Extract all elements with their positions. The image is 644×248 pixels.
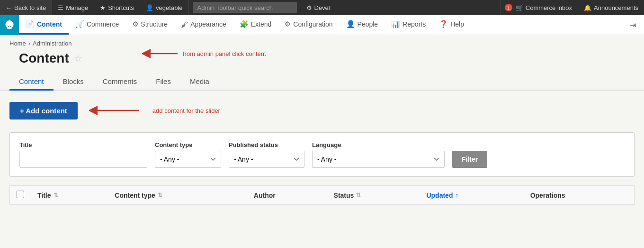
- star-toolbar-icon: ★: [100, 4, 106, 11]
- admin-menu: 📄 Content 🛒 Commerce ⚙ Structure 🖌 Appea…: [0, 15, 644, 35]
- menu-right: ⇥: [626, 18, 644, 32]
- back-icon: ←: [6, 4, 12, 11]
- manage-icon: ☰: [58, 4, 63, 11]
- announcements-label: Announcements: [594, 4, 638, 11]
- title-sort-icon[interactable]: ⇅: [54, 192, 58, 199]
- nav-appearance-label: Appearance: [190, 20, 226, 28]
- nav-commerce-label: Commerce: [87, 20, 119, 28]
- nav-extend[interactable]: 🧩 Extend: [233, 15, 278, 35]
- add-content-button[interactable]: + Add content: [9, 102, 78, 119]
- nav-help[interactable]: ❓ Help: [432, 15, 471, 35]
- author-col-label: Author: [254, 192, 276, 199]
- admin-toolbar: ← Back to site ☰ Manage ★ Shortcuts 👤 ve…: [0, 0, 644, 15]
- updated-column-header: Updated ↑: [420, 186, 523, 205]
- nav-extend-label: Extend: [251, 20, 272, 28]
- title-filter-input[interactable]: [19, 151, 147, 168]
- content-type-sort-icon[interactable]: ⇅: [158, 192, 162, 199]
- title-column-header: Title ⇅: [31, 186, 108, 205]
- user-icon: 👤: [146, 4, 153, 11]
- content-nav-icon: 📄: [26, 20, 35, 28]
- nav-content[interactable]: 📄 Content: [19, 15, 69, 35]
- breadcrumb-home[interactable]: Home: [9, 40, 26, 47]
- breadcrumb: Home › Administration: [0, 35, 644, 49]
- manage-button[interactable]: ☰ Manage: [52, 0, 94, 15]
- add-content-annotation: add content for the slider: [152, 107, 220, 114]
- tab-media[interactable]: Media: [180, 73, 219, 91]
- commerce-inbox-badge: 1: [505, 4, 512, 11]
- filter-button[interactable]: Filter: [452, 151, 487, 168]
- table-header: Title ⇅ Content type ⇅ Author: [10, 186, 635, 205]
- nav-commerce[interactable]: 🛒 Commerce: [69, 15, 125, 35]
- operations-column-header: Operations: [524, 186, 635, 205]
- favorite-icon[interactable]: ☆: [74, 53, 82, 64]
- nav-structure-label: Structure: [141, 20, 168, 28]
- breadcrumb-current: Administration: [33, 40, 72, 47]
- status-sort-icon[interactable]: ⇅: [356, 192, 361, 199]
- help-nav-icon: ❓: [439, 20, 448, 28]
- shortcuts-button[interactable]: ★ Shortcuts: [94, 0, 140, 15]
- nav-structure[interactable]: ⚙ Structure: [125, 15, 174, 35]
- status-column-header: Status ⇅: [327, 186, 420, 205]
- filter-row: Title Content type - Any - Article Basic…: [19, 141, 625, 168]
- shortcuts-label: Shortcuts: [108, 4, 134, 11]
- add-content-row: + Add content add content for the slider: [9, 100, 635, 121]
- gear-icon: ⚙: [306, 4, 312, 11]
- tab-blocks[interactable]: Blocks: [54, 73, 93, 91]
- arrow-left-icon: [142, 44, 180, 63]
- search-wrapper: [189, 2, 301, 13]
- toolbar-left: ← Back to site ☰ Manage ★ Shortcuts 👤 ve…: [0, 0, 336, 15]
- nav-configuration-label: Configuration: [293, 20, 332, 28]
- devel-button[interactable]: ⚙ Devel: [301, 0, 336, 15]
- content-type-filter-field: Content type - Any - Article Basic page …: [155, 141, 221, 168]
- drupal-logo-icon: [4, 19, 15, 31]
- select-all-checkbox[interactable]: [17, 191, 24, 198]
- announcements-button[interactable]: 🔔 Announcements: [578, 0, 644, 15]
- structure-nav-icon: ⚙: [132, 20, 138, 28]
- breadcrumb-separator: ›: [28, 40, 30, 47]
- manage-label: Manage: [66, 4, 88, 11]
- menu-items: 📄 Content 🛒 Commerce ⚙ Structure 🖌 Appea…: [19, 15, 626, 35]
- content-type-filter-label: Content type: [155, 141, 221, 148]
- content-tabs: Content Blocks Comments Files Media: [0, 66, 644, 91]
- commerce-nav-icon: 🛒: [75, 20, 84, 28]
- commerce-inbox-button[interactable]: 1 🛒 Commerce inbox: [501, 0, 578, 15]
- operations-col-label: Operations: [530, 192, 565, 199]
- updated-sort-arrow-icon[interactable]: ↑: [455, 192, 458, 199]
- language-filter-field: Language - Any - English French: [312, 141, 445, 168]
- bell-icon: 🔔: [584, 4, 591, 11]
- nav-content-label: Content: [37, 20, 62, 28]
- language-select[interactable]: - Any - English French: [312, 151, 445, 168]
- collapse-button[interactable]: ⇥: [626, 18, 640, 32]
- main-content: Home › Administration Content ☆ from adm…: [0, 35, 644, 225]
- back-to-site-button[interactable]: ← Back to site: [0, 0, 52, 15]
- devel-label: Devel: [314, 4, 330, 11]
- nav-reports[interactable]: 📊 Reports: [385, 15, 432, 35]
- shopping-cart-icon: 🛒: [516, 4, 523, 11]
- published-status-select[interactable]: - Any - Published Unpublished: [229, 151, 304, 168]
- author-column-header: Author: [247, 186, 327, 205]
- user-button[interactable]: 👤 vegetable: [140, 0, 188, 15]
- nav-help-label: Help: [450, 20, 464, 28]
- people-nav-icon: 👤: [346, 20, 355, 28]
- search-input[interactable]: [193, 2, 297, 13]
- status-col-label: Status: [334, 192, 354, 199]
- annotation-text: from admin panel click content: [183, 50, 266, 57]
- content-type-column-header: Content type ⇅: [108, 186, 247, 205]
- page-header-area: Content ☆ from admin panel click content: [0, 49, 644, 66]
- tab-comments[interactable]: Comments: [93, 73, 147, 91]
- drupal-logo[interactable]: [0, 15, 19, 35]
- content-type-col-label: Content type: [115, 192, 155, 199]
- back-to-site-label: Back to site: [14, 4, 46, 11]
- published-status-filter-field: Published status - Any - Published Unpub…: [229, 141, 304, 168]
- tab-files[interactable]: Files: [146, 73, 180, 91]
- appearance-nav-icon: 🖌: [181, 20, 188, 28]
- nav-people-label: People: [358, 20, 378, 28]
- content-type-select[interactable]: - Any - Article Basic page Slider: [155, 151, 221, 168]
- nav-people[interactable]: 👤 People: [340, 15, 385, 35]
- nav-appearance[interactable]: 🖌 Appearance: [174, 15, 233, 35]
- add-content-arrow-icon: [89, 100, 141, 121]
- reports-nav-icon: 📊: [391, 20, 400, 28]
- title-col-label: Title: [37, 192, 51, 199]
- tab-content[interactable]: Content: [9, 73, 54, 91]
- nav-configuration[interactable]: ⚙ Configuration: [278, 15, 339, 35]
